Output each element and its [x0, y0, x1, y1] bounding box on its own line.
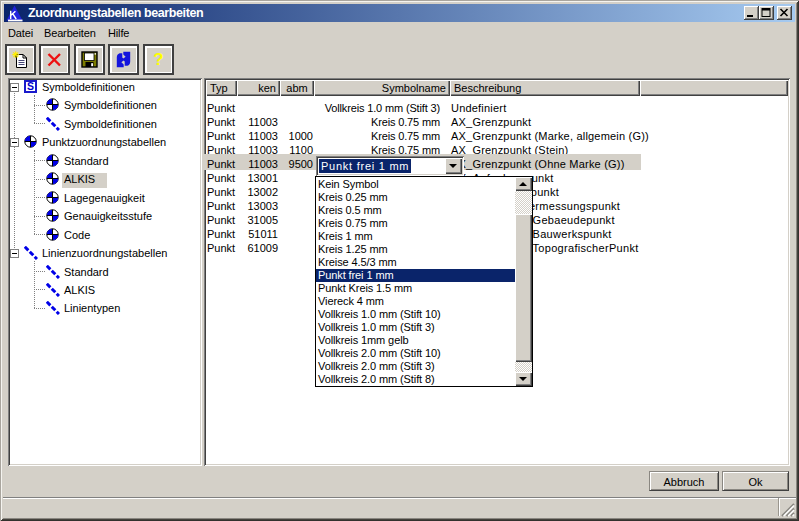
svg-text:S: S: [27, 80, 34, 92]
